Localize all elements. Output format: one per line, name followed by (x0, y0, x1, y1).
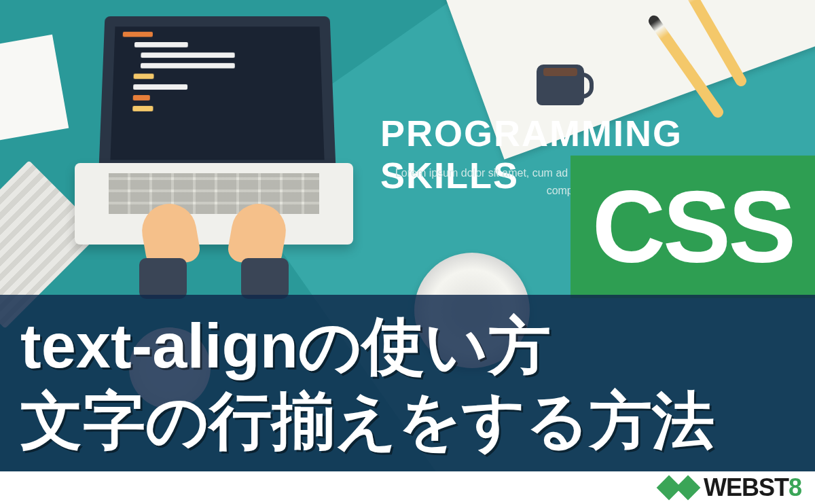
code-line (132, 106, 153, 111)
code-line (134, 73, 154, 79)
laptop-base (75, 163, 353, 245)
code-line (133, 84, 187, 90)
footer-bar: WEBST8 (0, 471, 815, 504)
logo-text-part1: WEBST (704, 473, 789, 501)
arm-icon (241, 258, 289, 299)
webst8-logo-text: WEBST8 (704, 473, 801, 502)
laptop-illustration (75, 14, 360, 285)
css-badge-label: CSS (592, 168, 793, 286)
css-badge: CSS (570, 156, 815, 298)
title-line-2: 文字の行揃えをする方法 (20, 383, 795, 458)
code-line (141, 52, 234, 58)
code-line (141, 63, 235, 69)
logo-text-part2: 8 (789, 473, 801, 501)
code-line (123, 32, 153, 37)
webst8-logo-icon (660, 479, 697, 497)
laptop-screen (98, 16, 336, 171)
code-line (134, 42, 188, 48)
title-line-1: text-alignの使い方 (20, 308, 795, 383)
coffee-mug-icon (537, 65, 584, 105)
arm-icon (139, 258, 187, 299)
title-overlay: text-alignの使い方 文字の行揃えをする方法 (0, 295, 815, 471)
keyboard (109, 173, 319, 214)
code-line (133, 95, 150, 101)
diamond-icon (676, 475, 701, 501)
